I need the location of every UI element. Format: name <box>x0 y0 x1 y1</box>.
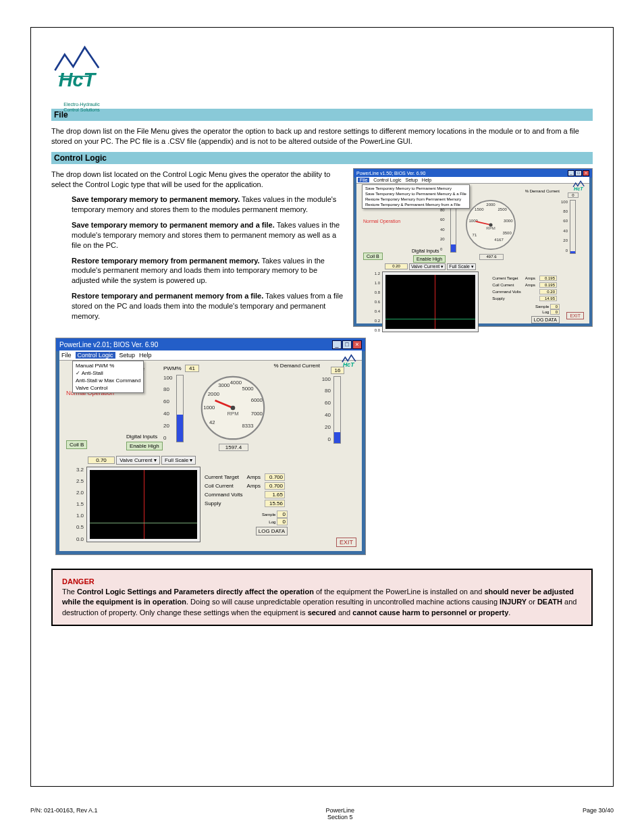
svg-text:4000: 4000 <box>230 379 242 385</box>
svg-text:6000: 6000 <box>251 397 263 403</box>
log-data-button[interactable]: LOG DATA <box>531 316 560 323</box>
chart-canvas <box>382 271 479 332</box>
menu-item[interactable]: Manual PWM % <box>74 362 142 369</box>
svg-text:RPM: RPM <box>486 226 495 230</box>
digital-inputs-label: Digital Inputs <box>412 249 439 253</box>
heading-file: File <box>51 109 593 121</box>
demand-label: % Demand Current <box>274 363 320 369</box>
menu-item[interactable]: Restore Temporary & Permanent Memory fro… <box>363 202 468 207</box>
maximize-icon[interactable]: □ <box>575 170 582 176</box>
svg-text:1000: 1000 <box>203 405 215 411</box>
digital-inputs-label: Digital Inputs <box>126 434 157 440</box>
log-data-button[interactable]: LOG DATA <box>256 527 288 536</box>
svg-text:HcT: HcT <box>59 69 97 90</box>
menu-control-logic[interactable]: Control Logic <box>76 352 115 359</box>
rpm-gauge: 42 1000 2000 3000 4000 5000 6000 7000 83… <box>196 371 270 445</box>
svg-text:1500: 1500 <box>475 207 484 211</box>
close-icon[interactable]: × <box>583 170 589 176</box>
menu-file[interactable]: File <box>358 178 369 182</box>
hct-logo-small: HcT <box>340 353 360 368</box>
svg-text:3000: 3000 <box>504 218 513 222</box>
coil-button[interactable]: Coil B <box>66 440 87 449</box>
svg-point-27 <box>231 405 236 410</box>
menu-item[interactable]: Save Temporary Memory to Permanent Memor… <box>363 186 468 191</box>
menu-item[interactable]: Anti-Stall w Max Command <box>74 377 142 384</box>
control-logic-screenshot: PowerLine v2.01; BIOS Ver. 6.90 _ □ × Fi… <box>55 338 366 555</box>
readout-panel: Current TargetAmps0.700 Coil CurrentAmps… <box>202 472 288 536</box>
file-menu-screenshot: PowerLine v1.50; BIOS Ver. 6.90 _ □ × Fi… <box>353 168 593 327</box>
maximize-icon[interactable]: □ <box>342 340 352 349</box>
demand-bar <box>333 376 341 444</box>
menu-setup[interactable]: Setup <box>119 352 136 359</box>
svg-text:3500: 3500 <box>502 230 512 234</box>
svg-text:2500: 2500 <box>498 207 508 211</box>
menu-item[interactable]: Anti-Stall <box>74 369 142 377</box>
window-titlebar: PowerLine v2.01; BIOS Ver. 6.90 _ □ × <box>56 338 365 351</box>
menu-control-logic[interactable]: Control Logic <box>373 178 401 182</box>
svg-text:HcT: HcT <box>574 186 583 192</box>
chart-controls[interactable]: 0.70 Valve Current ▾ Full Scale ▾ <box>88 456 196 465</box>
readout-panel: Current TargetAmps0.195 Coil CurrentAmps… <box>489 274 560 323</box>
menu-item[interactable]: Restore Temporary Memory from Permanent … <box>363 197 468 202</box>
svg-text:RPM: RPM <box>227 411 238 417</box>
chart-canvas <box>86 467 200 542</box>
coil-button[interactable]: Coil B <box>363 253 383 260</box>
svg-text:7000: 7000 <box>251 411 263 417</box>
page-footer: P/N: 021-00163, Rev A.1 PowerLineSection… <box>30 807 614 820</box>
hct-logo: HcT Electro-HydraulicControl Solutions <box>51 41 112 102</box>
svg-text:HcT: HcT <box>343 361 354 367</box>
menu-help[interactable]: Help <box>422 178 431 182</box>
menu-item[interactable]: Save Temporary Memory to Permanent Memor… <box>363 191 468 197</box>
svg-text:2000: 2000 <box>208 391 219 397</box>
pwm-bar <box>176 375 184 442</box>
menubar[interactable]: File Control Logic Setup Help <box>59 350 362 361</box>
svg-text:8333: 8333 <box>242 422 253 428</box>
hct-logo-small: HcT <box>572 180 588 192</box>
pwm-label: PWM% <box>163 365 182 371</box>
danger-warning-box: DANGER The Control Logic Settings and Pa… <box>51 569 593 627</box>
svg-text:3000: 3000 <box>218 382 230 388</box>
exit-button[interactable]: EXIT <box>566 312 584 319</box>
close-icon[interactable]: × <box>352 340 362 349</box>
menu-setup[interactable]: Setup <box>406 178 418 182</box>
file-description: The drop down list on the File Menu give… <box>51 126 593 147</box>
svg-text:5000: 5000 <box>242 385 253 391</box>
menu-item[interactable]: Valve Control <box>74 384 142 392</box>
svg-text:2000: 2000 <box>486 203 495 207</box>
svg-point-13 <box>489 223 492 226</box>
footer-left: P/N: 021-00163, Rev A.1 <box>30 807 98 820</box>
danger-title: DANGER <box>62 577 95 585</box>
svg-text:42: 42 <box>209 419 215 425</box>
minimize-icon[interactable]: _ <box>568 170 574 176</box>
svg-text:71: 71 <box>473 233 477 237</box>
gauge-value: 1597.4 <box>219 444 248 451</box>
menu-help[interactable]: Help <box>139 352 152 359</box>
menubar[interactable]: File Control Logic Setup Help <box>356 177 589 184</box>
footer-right: Page 30/40 <box>583 807 614 820</box>
demand-bar <box>570 200 576 254</box>
demand-label: % Demand Current <box>525 189 560 193</box>
file-dropdown[interactable]: Save Temporary Memory to Permanent Memor… <box>362 184 470 209</box>
enable-button[interactable]: Enable High <box>413 255 446 263</box>
heading-control-logic: Control Logic <box>51 152 593 164</box>
logo-caption: Electro-HydraulicControl Solutions <box>51 102 112 112</box>
footer-center: PowerLineSection 5 <box>98 807 583 820</box>
enable-button[interactable]: Enable High <box>126 442 163 450</box>
minimize-icon[interactable]: _ <box>332 340 342 349</box>
rpm-gauge: 71 1000 1500 2000 2500 3000 3500 4167 RP… <box>462 196 520 254</box>
svg-text:4167: 4167 <box>494 238 504 242</box>
menu-file[interactable]: File <box>61 352 72 359</box>
control-logic-dropdown[interactable]: Manual PWM % Anti-Stall Anti-Stall w Max… <box>72 361 144 393</box>
chart-controls[interactable]: 0.20 Valve Current ▾ Full Scale ▾ <box>385 263 476 270</box>
demand-value: 0 <box>568 192 579 198</box>
exit-button[interactable]: EXIT <box>336 538 356 547</box>
gauge-value: 497.6 <box>479 254 504 260</box>
